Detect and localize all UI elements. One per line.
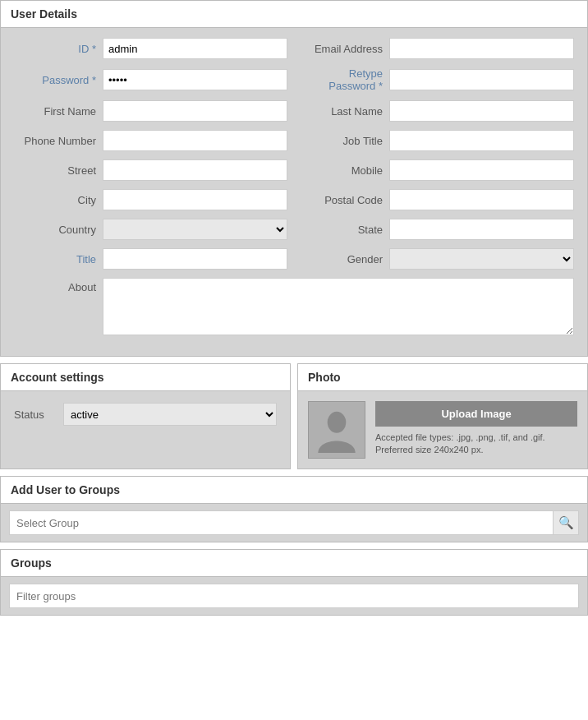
city-label: City [14,194,96,206]
user-details-title: User Details [1,1,587,28]
svg-point-0 [328,411,347,432]
country-select[interactable] [103,219,287,240]
about-textarea-wrap [103,278,574,338]
form-col-phone: Phone Number [14,130,287,151]
form-col-email: Email Address [301,38,574,59]
form-col-city: City [14,189,287,210]
password-input[interactable] [103,69,287,90]
form-row-street-mobile: Street Mobile [14,159,574,181]
id-input[interactable] [103,38,287,59]
status-row: Status active inactive disabled [14,403,277,426]
groups-filter-section: Groups [0,549,588,616]
password-label: Password * [14,74,96,86]
bottom-sections: Account settings Status active inactive … [0,363,588,469]
gender-select[interactable]: Male Female [389,248,574,270]
form-col-password: Password * [14,69,287,90]
user-details-body: ID * Email Address Password * Retype Pas… [1,28,587,356]
form-col-lastname: Last Name [301,100,574,122]
filter-groups-input[interactable] [9,584,579,608]
form-col-id: ID * [14,38,287,59]
form-row-title-gender: Title Gender Male Female [14,248,574,270]
street-input[interactable] [103,159,287,181]
form-col-gender: Gender Male Female [301,248,574,270]
lastname-input[interactable] [389,100,574,122]
state-input[interactable] [389,219,574,240]
jobtitle-label: Job Title [301,135,383,147]
photo-info-text: Accepted file types: .jpg, .png, .tif, a… [375,432,577,457]
retype-password-input[interactable] [389,69,574,90]
gender-label: Gender [301,253,383,265]
groups-filter-body [1,577,587,615]
photo-actions: Upload Image Accepted file types: .jpg, … [375,401,577,457]
photo-title: Photo [298,364,587,391]
select-group-input[interactable] [9,510,553,535]
account-settings-section: Account settings Status active inactive … [0,363,291,469]
groups-search-row: 🔍 [1,504,587,542]
mobile-label: Mobile [301,164,383,177]
form-row-country-state: Country State [14,219,574,240]
firstname-input[interactable] [103,100,287,122]
add-user-groups-section: Add User to Groups 🔍 [0,476,588,542]
phone-input[interactable] [103,130,287,151]
retype-password-label: Retype Password * [301,67,383,92]
postal-label: Postal Code [301,194,383,206]
user-details-section: User Details ID * Email Address Password… [0,0,588,357]
add-user-groups-title: Add User to Groups [1,477,587,504]
country-label: Country [14,224,96,236]
form-col-firstname: First Name [14,100,287,122]
groups-filter-title: Groups [1,550,587,577]
jobtitle-input[interactable] [389,130,574,151]
email-input[interactable] [389,38,574,59]
form-row-id-email: ID * Email Address [14,38,574,59]
photo-body: Upload Image Accepted file types: .jpg, … [298,391,587,468]
form-row-name: First Name Last Name [14,100,574,122]
title-input[interactable] [103,248,287,270]
lastname-label: Last Name [301,105,383,118]
form-col-country: Country [14,219,287,240]
about-label: About [14,278,96,293]
upload-image-button[interactable]: Upload Image [375,401,577,427]
form-col-postal: Postal Code [301,189,574,210]
form-row-city-postal: City Postal Code [14,189,574,210]
groups-search-button[interactable]: 🔍 [553,510,579,535]
form-col-jobtitle: Job Title [301,130,574,151]
form-row-about: About [14,278,574,338]
form-col-state: State [301,219,574,240]
postal-input[interactable] [389,189,574,210]
form-row-password: Password * Retype Password * [14,67,574,92]
photo-placeholder [308,401,365,459]
account-settings-body: Status active inactive disabled [1,391,290,437]
about-textarea[interactable] [103,278,574,335]
search-icon: 🔍 [558,515,574,530]
photo-section: Photo Upload Image Accepted file types: … [297,363,588,469]
form-row-phone-job: Phone Number Job Title [14,130,574,151]
form-col-mobile: Mobile [301,159,574,181]
state-label: State [301,224,383,236]
firstname-label: First Name [14,105,96,118]
form-col-title: Title [14,248,287,270]
user-avatar-icon [316,408,357,453]
city-input[interactable] [103,189,287,210]
status-label: Status [14,408,55,421]
title-label: Title [14,253,96,265]
mobile-input[interactable] [389,159,574,181]
phone-label: Phone Number [14,135,96,147]
form-col-retype-password: Retype Password * [301,67,574,92]
id-label: ID * [14,43,96,55]
email-label: Email Address [301,43,383,55]
form-col-street: Street [14,159,287,181]
status-select[interactable]: active inactive disabled [63,403,277,426]
street-label: Street [14,164,96,177]
account-settings-title: Account settings [1,364,290,391]
